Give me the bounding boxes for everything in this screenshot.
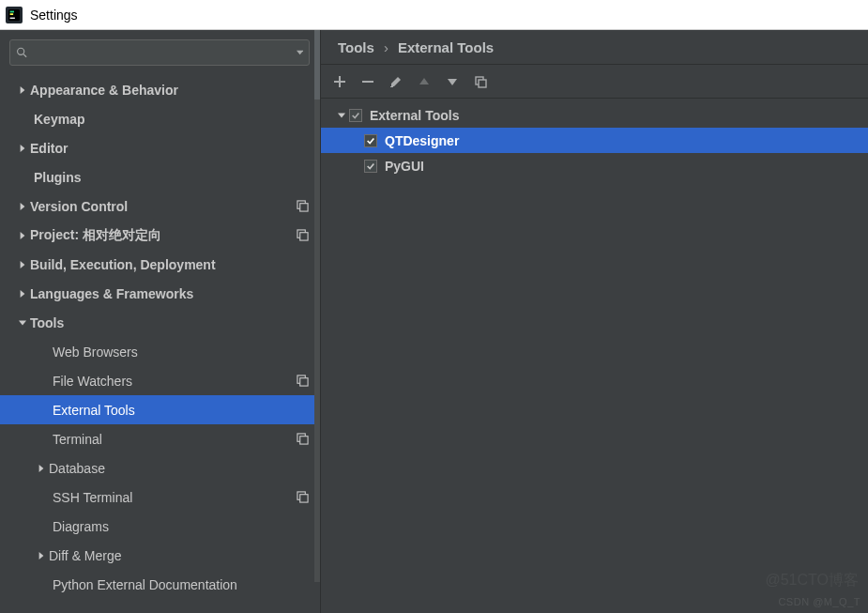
svg-marker-7 bbox=[21, 86, 25, 94]
sidebar-item-appearance-behavior[interactable]: Appearance & Behavior bbox=[0, 75, 320, 104]
sidebar-item-label: Version Control bbox=[30, 199, 128, 214]
settings-sidebar: Appearance & BehaviorKeymapEditorPlugins… bbox=[0, 30, 321, 613]
svg-rect-19 bbox=[300, 378, 308, 386]
add-button[interactable] bbox=[332, 74, 347, 89]
chevron-right-icon[interactable] bbox=[15, 232, 30, 239]
svg-marker-6 bbox=[297, 51, 303, 54]
move-up-button[interactable] bbox=[417, 74, 432, 89]
svg-rect-1 bbox=[10, 10, 14, 12]
svg-marker-25 bbox=[39, 552, 44, 559]
svg-rect-27 bbox=[334, 81, 345, 83]
ext-tool-pygui[interactable]: PyGUI bbox=[321, 153, 868, 178]
sidebar-item-label: Diagrams bbox=[53, 519, 109, 534]
edit-button[interactable] bbox=[388, 74, 404, 89]
move-down-button[interactable] bbox=[445, 74, 460, 89]
sidebar-item-project[interactable]: Project: 相对绝对定向 bbox=[0, 221, 320, 250]
chevron-down-icon[interactable] bbox=[15, 319, 30, 327]
external-tools-tree[interactable]: External Tools QTDesignerPyGUI bbox=[321, 99, 868, 182]
chevron-right-icon[interactable] bbox=[15, 261, 30, 268]
svg-rect-11 bbox=[300, 204, 308, 211]
app-icon bbox=[6, 7, 23, 23]
main-panel: Tools › External Tools External Tools QT… bbox=[321, 30, 868, 613]
sidebar-item-label: Appearance & Behavior bbox=[30, 83, 178, 98]
scrollbar[interactable] bbox=[314, 30, 320, 582]
svg-rect-34 bbox=[479, 80, 486, 87]
checkbox[interactable] bbox=[364, 160, 377, 173]
sidebar-item-label: Build, Execution, Deployment bbox=[30, 257, 216, 272]
svg-rect-24 bbox=[300, 495, 308, 502]
chevron-right-icon[interactable] bbox=[15, 290, 30, 298]
sidebar-item-plugins[interactable]: Plugins bbox=[0, 162, 320, 192]
svg-marker-29 bbox=[391, 77, 401, 86]
svg-marker-9 bbox=[21, 203, 25, 210]
sidebar-item-ssh-terminal[interactable]: SSH Terminal bbox=[0, 483, 320, 512]
chevron-down-icon[interactable] bbox=[297, 49, 303, 56]
project-overlay-icon bbox=[297, 200, 309, 212]
chevron-right-icon[interactable] bbox=[15, 86, 30, 94]
svg-marker-31 bbox=[419, 78, 429, 84]
sidebar-item-label: Project: 相对绝对定向 bbox=[30, 227, 161, 244]
sidebar-item-python-external-documentation[interactable]: Python External Documentation bbox=[0, 570, 320, 599]
chevron-right-icon[interactable] bbox=[15, 203, 30, 210]
svg-rect-3 bbox=[10, 17, 15, 18]
sidebar-item-build-execution-deployment[interactable]: Build, Execution, Deployment bbox=[0, 250, 320, 279]
checkbox[interactable] bbox=[349, 109, 362, 122]
scrollbar-thumb[interactable] bbox=[314, 30, 320, 100]
sidebar-item-diagrams[interactable]: Diagrams bbox=[0, 512, 320, 541]
copy-button[interactable] bbox=[473, 74, 488, 89]
expand-icon[interactable] bbox=[334, 112, 349, 119]
svg-rect-14 bbox=[300, 233, 308, 240]
remove-button[interactable] bbox=[360, 74, 375, 89]
sidebar-item-label: Python External Documentation bbox=[53, 577, 237, 592]
window-title: Settings bbox=[30, 8, 78, 23]
svg-marker-8 bbox=[21, 145, 25, 152]
ext-tool-label: PyGUI bbox=[385, 159, 424, 174]
sidebar-item-label: Terminal bbox=[53, 432, 102, 447]
svg-marker-15 bbox=[21, 261, 25, 268]
sidebar-item-version-control[interactable]: Version Control bbox=[0, 192, 320, 221]
checkbox[interactable] bbox=[364, 134, 377, 147]
svg-point-4 bbox=[18, 48, 24, 54]
sidebar-item-diff-merge[interactable]: Diff & Merge bbox=[0, 541, 320, 570]
svg-rect-2 bbox=[10, 13, 14, 15]
sidebar-item-label: Diff & Merge bbox=[49, 548, 122, 563]
ext-tool-qtdesigner[interactable]: QTDesigner bbox=[321, 128, 868, 153]
search-field[interactable] bbox=[9, 39, 310, 66]
chevron-right-icon[interactable] bbox=[34, 465, 49, 472]
svg-marker-16 bbox=[21, 290, 25, 298]
chevron-right-icon[interactable] bbox=[34, 552, 49, 559]
project-overlay-icon bbox=[297, 433, 309, 445]
sidebar-item-database[interactable]: Database bbox=[0, 453, 320, 483]
ext-tree-group-label: External Tools bbox=[370, 108, 459, 123]
sidebar-item-keymap[interactable]: Keymap bbox=[0, 104, 320, 133]
search-input[interactable] bbox=[32, 46, 293, 60]
sidebar-item-tools[interactable]: Tools bbox=[0, 308, 320, 337]
svg-rect-28 bbox=[362, 81, 373, 83]
sidebar-item-external-tools[interactable]: External Tools bbox=[0, 395, 320, 424]
sidebar-item-file-watchers[interactable]: File Watchers bbox=[0, 366, 320, 395]
sidebar-item-label: SSH Terminal bbox=[53, 490, 132, 505]
project-overlay-icon bbox=[297, 491, 309, 503]
sidebar-item-label: Plugins bbox=[34, 170, 82, 185]
sidebar-item-editor[interactable]: Editor bbox=[0, 133, 320, 162]
breadcrumb: Tools › External Tools bbox=[321, 30, 868, 64]
tools-toolbar bbox=[321, 65, 868, 99]
chevron-right-icon[interactable] bbox=[15, 145, 30, 152]
sidebar-item-label: Languages & Frameworks bbox=[30, 286, 193, 301]
svg-rect-21 bbox=[300, 437, 308, 444]
sidebar-item-web-browsers[interactable]: Web Browsers bbox=[0, 337, 320, 366]
sidebar-item-terminal[interactable]: Terminal bbox=[0, 424, 320, 453]
sidebar-item-label: File Watchers bbox=[53, 374, 132, 389]
svg-marker-32 bbox=[448, 79, 457, 85]
svg-line-5 bbox=[23, 54, 26, 57]
svg-marker-17 bbox=[19, 320, 26, 325]
ext-tree-group[interactable]: External Tools bbox=[321, 102, 868, 128]
svg-marker-22 bbox=[39, 465, 44, 472]
sidebar-item-label: Web Browsers bbox=[53, 345, 138, 360]
sidebar-item-languages-frameworks[interactable]: Languages & Frameworks bbox=[0, 279, 320, 308]
breadcrumb-sep-icon: › bbox=[384, 39, 388, 55]
sidebar-item-label: Editor bbox=[30, 141, 68, 156]
sidebar-item-label: External Tools bbox=[53, 403, 135, 418]
settings-tree[interactable]: Appearance & BehaviorKeymapEditorPlugins… bbox=[0, 75, 320, 613]
breadcrumb-first: Tools bbox=[338, 39, 374, 55]
